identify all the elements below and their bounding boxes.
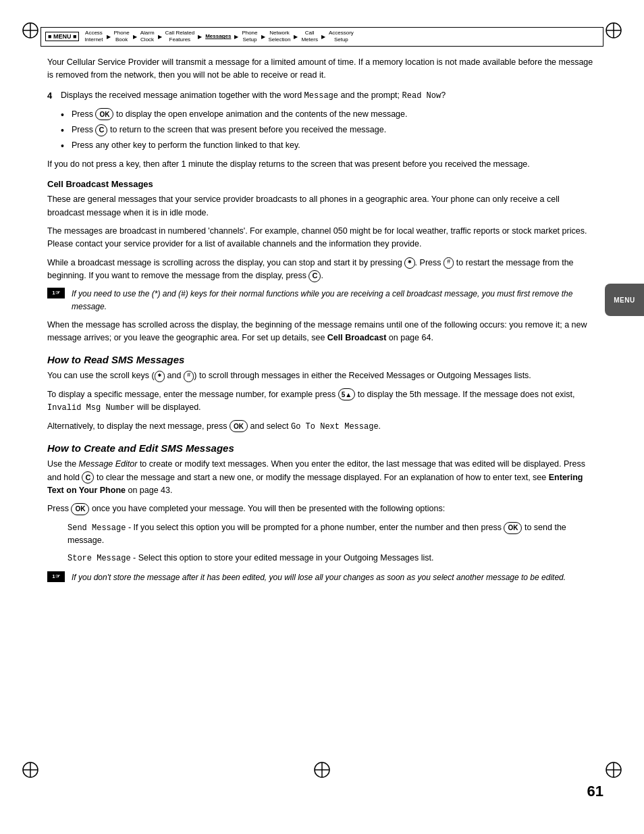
how-to-create-para1: Use the Message Editor to create or modi… bbox=[47, 458, 597, 497]
note-after-bullets: If you do not press a key, then after 1 … bbox=[47, 158, 597, 171]
menu-button[interactable]: MENU bbox=[605, 284, 644, 316]
bullet-text-3: Press any other key to perform the funct… bbox=[72, 140, 300, 150]
menu-button-container: MENU bbox=[605, 284, 644, 316]
nav-menu-label: ■ MENU ■ bbox=[45, 32, 79, 41]
code-send-message: Send Message bbox=[68, 523, 126, 533]
nav-item-network[interactable]: NetworkSelection bbox=[266, 30, 294, 44]
key-hash-scroll: # bbox=[444, 257, 454, 269]
key-star-read: ✱ bbox=[155, 371, 165, 382]
how-to-create-para2: Press OK once you have completed your me… bbox=[47, 502, 597, 515]
how-to-read-para2: To display a specific message, enter the… bbox=[47, 388, 597, 415]
cell-broadcast-para3: While a broadcast message is scrolling a… bbox=[47, 257, 597, 283]
bullet-item-any-key: Press any other key to perform the funct… bbox=[61, 139, 597, 152]
entering-text-bold: Entering Text on Your Phone bbox=[47, 473, 583, 495]
key-c-1: C bbox=[95, 124, 107, 136]
message-editor-italic: Message Editor bbox=[79, 459, 138, 469]
nav-item-call-related[interactable]: Call RelatedFeatures bbox=[163, 30, 198, 44]
code-go-to-next: Go To Next Message bbox=[291, 422, 379, 432]
numbered-item-4: 4 Displays the received message animatio… bbox=[47, 89, 597, 103]
key-ok-3: OK bbox=[71, 503, 89, 515]
how-to-read-heading: How to Read SMS Messages bbox=[47, 354, 597, 365]
how-to-read-para1: You can use the scroll keys (✱ and #) to… bbox=[47, 369, 597, 382]
corner-mark-tl bbox=[20, 20, 41, 41]
key-ok-4: OK bbox=[504, 522, 522, 534]
nav-item-alarm[interactable]: AlarmClock bbox=[138, 30, 157, 44]
nav-arrow-6: ▶ bbox=[261, 34, 265, 40]
content-area: Your Cellular Service Provider will tran… bbox=[41, 56, 603, 584]
key-star-scroll: ✱ bbox=[404, 257, 414, 269]
nav-arrow-4: ▶ bbox=[198, 34, 202, 40]
key-ok-1: OK bbox=[95, 108, 113, 120]
page-container: MENU ■ MENU ■ AccessInternet ▶ PhoneBook… bbox=[0, 0, 644, 834]
nav-item-phone-book[interactable]: PhoneBook bbox=[111, 30, 132, 44]
corner-mark-br bbox=[603, 760, 624, 780]
corner-mark-bm bbox=[312, 760, 332, 780]
bullet-text-2: to return to the screen that was present… bbox=[110, 125, 386, 134]
how-to-create-heading: How to Create and Edit SMS Messages bbox=[47, 442, 597, 454]
nav-arrow-8: ▶ bbox=[321, 34, 325, 40]
nav-arrow-1: ▶ bbox=[107, 34, 111, 40]
cell-broadcast-note-text: If you need to use the (*) and (#) keys … bbox=[72, 288, 597, 313]
key-hash-read: # bbox=[184, 371, 194, 382]
page-number: 61 bbox=[587, 783, 603, 800]
bullet-item-ok: Press OK to display the open envelope an… bbox=[61, 108, 597, 121]
bullet-item-c: Press C to return to the screen that was… bbox=[61, 124, 597, 136]
note-icon-img-2: 1☞ bbox=[47, 571, 65, 582]
cell-broadcast-bold: Cell Broadcast bbox=[327, 333, 387, 342]
how-to-read-para3: Alternatively, to display the next messa… bbox=[47, 420, 597, 434]
nav-arrow-2: ▶ bbox=[133, 34, 137, 40]
cell-broadcast-para2: The messages are broadcast in numbered '… bbox=[47, 225, 597, 251]
item-4-content: Displays the received message animation … bbox=[61, 89, 597, 103]
bullet-press-2: Press bbox=[72, 125, 95, 134]
nav-item-messages[interactable]: Messages bbox=[203, 33, 234, 40]
note-icon-2: 1☞ bbox=[47, 571, 68, 582]
code-read-now: Read Now bbox=[402, 91, 441, 101]
intro-paragraph: Your Cellular Service Provider will tran… bbox=[47, 56, 597, 82]
nav-arrow-5: ▶ bbox=[234, 34, 238, 40]
cell-broadcast-note: 1☞ If you need to use the (*) and (#) ke… bbox=[47, 288, 597, 313]
cell-broadcast-para1: These are general messages that your ser… bbox=[47, 193, 597, 219]
nav-item-call-meters[interactable]: CallMeters bbox=[298, 30, 320, 44]
create-note-text: If you don't store the message after it … bbox=[72, 571, 566, 584]
code-message: Message bbox=[304, 91, 338, 101]
code-store-message: Store Message bbox=[68, 554, 131, 563]
bullet-text-1: to display the open envelope animation a… bbox=[116, 109, 408, 119]
bullet-press-1: Press bbox=[72, 109, 95, 119]
nav-item-phone-setup[interactable]: PhoneSetup bbox=[239, 30, 260, 44]
item-number-4: 4 bbox=[47, 89, 61, 103]
key-c-3: C bbox=[82, 471, 94, 484]
corner-mark-tr bbox=[603, 20, 624, 41]
nav-item-access[interactable]: AccessInternet bbox=[82, 30, 105, 44]
corner-mark-bl bbox=[20, 760, 41, 780]
cell-broadcast-heading: Cell Broadcast Messages bbox=[47, 179, 597, 189]
nav-arrow-3: ▶ bbox=[158, 34, 162, 40]
note-icon-img: 1☞ bbox=[47, 288, 65, 298]
nav-arrow-7: ▶ bbox=[294, 34, 298, 40]
key-5: 5▲ bbox=[338, 388, 355, 400]
create-note: 1☞ If you don't store the message after … bbox=[47, 571, 597, 584]
key-c-2: C bbox=[308, 270, 321, 282]
option-send-message: Send Message - If you select this option… bbox=[68, 521, 597, 548]
code-invalid-msg: Invalid Msg Number bbox=[47, 403, 135, 413]
note-icon: 1☞ bbox=[47, 288, 68, 298]
option-store-message: Store Message - Select this option to st… bbox=[68, 552, 597, 565]
nav-bar: ■ MENU ■ AccessInternet ▶ PhoneBook ▶ Al… bbox=[41, 27, 603, 47]
menu-button-label: MENU bbox=[614, 296, 635, 304]
key-ok-2: OK bbox=[230, 420, 248, 432]
nav-item-accessory[interactable]: AccessorySetup bbox=[326, 30, 356, 44]
cell-broadcast-para4: When the message has scrolled across the… bbox=[47, 319, 597, 345]
nav-items: AccessInternet ▶ PhoneBook ▶ AlarmClock … bbox=[82, 30, 356, 44]
bullet-list: Press OK to display the open envelope an… bbox=[61, 108, 597, 153]
